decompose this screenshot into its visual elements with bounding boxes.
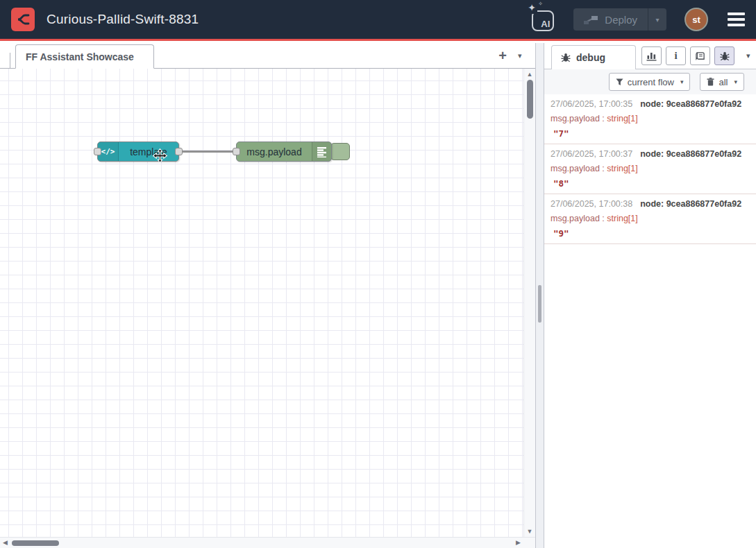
- debug-message-timestamp: 27/06/2025, 17:00:35: [551, 99, 632, 109]
- add-flow-button[interactable]: +: [494, 46, 512, 65]
- book-icon: [695, 51, 705, 61]
- chevron-down-icon: ▾: [746, 51, 750, 60]
- user-avatar[interactable]: st: [684, 8, 708, 31]
- plus-icon: +: [498, 48, 507, 64]
- deploy-button[interactable]: Deploy ▾: [573, 8, 666, 31]
- debug-node-enable-toggle[interactable]: [330, 143, 350, 160]
- debug-message-list: 27/06/2025, 17:00:35node: 9cea886877e0fa…: [544, 94, 756, 244]
- flow-canvas[interactable]: </> template msg.payload: [0, 69, 523, 537]
- scroll-up-icon[interactable]: ▲: [524, 71, 535, 78]
- debug-message-path-row: msg.payload : string[1]: [551, 213, 749, 225]
- sidebar-tab-buttons: i: [641, 46, 750, 65]
- vertical-scroll-thumb[interactable]: [527, 80, 533, 119]
- debug-node-label: msg.payload: [237, 142, 312, 161]
- canvas-horizontal-scrollbar[interactable]: ◀ ▶: [0, 537, 535, 548]
- flow-tab-bar: FF Assistant Showcase + ▾: [0, 43, 535, 69]
- debug-filter-button[interactable]: current flow ▾: [609, 73, 691, 91]
- debug-message-separator: :: [600, 114, 607, 123]
- horizontal-scroll-thumb[interactable]: [12, 540, 59, 546]
- sparkle-icon: ✦: [528, 3, 537, 14]
- dashboard-chart-tab-button[interactable]: [641, 46, 662, 65]
- debug-message-type: string[1]: [607, 114, 637, 123]
- debug-input-port[interactable]: [233, 148, 240, 155]
- debug-message-meta: 27/06/2025, 17:00:37node: 9cea886877e0fa…: [551, 148, 749, 160]
- sidebar-tab-list-button[interactable]: ▾: [746, 51, 750, 60]
- debug-message-meta: 27/06/2025, 17:00:38node: 9cea886877e0fa…: [551, 198, 749, 210]
- flow-tab-label: FF Assistant Showcase: [26, 51, 134, 62]
- deploy-button-main[interactable]: Deploy: [573, 8, 648, 31]
- move-cursor-icon: [153, 148, 167, 166]
- debug-filter-label: current flow: [628, 77, 674, 87]
- chevron-down-icon: ▾: [680, 78, 684, 85]
- debug-message-value[interactable]: "9": [551, 228, 749, 239]
- debug-message-path-row: msg.payload : string[1]: [551, 113, 749, 125]
- sidebar-tab-bar: debug i: [544, 43, 756, 69]
- scroll-down-icon[interactable]: ▼: [524, 528, 535, 535]
- deploy-options-caret[interactable]: ▾: [648, 8, 666, 31]
- ai-assistant-button[interactable]: ✦ ✧ AI: [530, 8, 554, 31]
- node-red-editor: Curious-Pallid-Swift-8831 ✦ ✧ AI Deploy: [0, 0, 756, 548]
- debug-message-path-row: msg.payload : string[1]: [551, 163, 749, 175]
- code-icon: </>: [101, 147, 115, 156]
- info-icon: i: [674, 50, 677, 62]
- filter-funnel-icon: [616, 78, 623, 86]
- trash-icon: [707, 78, 714, 86]
- workspace-pane: FF Assistant Showcase + ▾ </> templa: [0, 43, 535, 548]
- debug-toolbar: current flow ▾ all ▾: [544, 69, 756, 94]
- bug-icon: [561, 53, 571, 62]
- splitter-drag-handle[interactable]: [538, 285, 541, 323]
- template-input-port[interactable]: [94, 148, 101, 155]
- debug-message-node-ref[interactable]: node: 9cea886877e0fa92: [640, 199, 741, 209]
- instance-title: Curious-Pallid-Swift-8831: [47, 12, 199, 27]
- hamburger-bar: [728, 18, 745, 21]
- flow-tab-active[interactable]: FF Assistant Showcase: [15, 44, 154, 69]
- debug-message-path: msg.payload: [551, 214, 600, 223]
- main-menu-button[interactable]: [728, 12, 745, 26]
- debug-message-value[interactable]: "7": [551, 128, 749, 139]
- debug-message-separator: :: [600, 214, 607, 223]
- node-debug[interactable]: msg.payload: [236, 142, 332, 162]
- help-tab-button[interactable]: [690, 46, 710, 65]
- debug-message-value[interactable]: "8": [551, 178, 749, 189]
- debug-message-meta: 27/06/2025, 17:00:35node: 9cea886877e0fa…: [551, 99, 749, 110]
- debug-message-node-ref[interactable]: node: 9cea886877e0fa92: [640, 99, 741, 109]
- scroll-right-icon[interactable]: ▶: [516, 539, 521, 546]
- chevron-down-icon: ▾: [655, 16, 659, 24]
- debug-message-timestamp: 27/06/2025, 17:00:38: [551, 199, 632, 209]
- debug-message-node-ref[interactable]: node: 9cea886877e0fa92: [640, 149, 741, 159]
- debug-message-type: string[1]: [607, 214, 637, 223]
- editor-main: FF Assistant Showcase + ▾ </> templa: [0, 43, 756, 548]
- sidebar-splitter[interactable]: [535, 43, 544, 548]
- debug-message-separator: :: [600, 164, 607, 173]
- ai-label: AI: [541, 19, 550, 29]
- sparkle-small-icon: ✧: [538, 1, 543, 7]
- sidebar-tab-debug[interactable]: debug: [551, 45, 636, 69]
- bar-chart-icon: [646, 51, 657, 61]
- debug-clear-label: all: [719, 77, 728, 87]
- hamburger-bar: [728, 24, 745, 26]
- template-node-label: template: [119, 142, 178, 161]
- debug-message[interactable]: 27/06/2025, 17:00:35node: 9cea886877e0fa…: [544, 94, 756, 144]
- debug-message-path: msg.payload: [551, 114, 600, 123]
- avatar-initials: st: [692, 15, 700, 25]
- debug-message-path: msg.payload: [551, 164, 600, 173]
- debug-message-type: string[1]: [607, 164, 637, 173]
- debug-message[interactable]: 27/06/2025, 17:00:38node: 9cea886877e0fa…: [544, 194, 756, 244]
- chevron-down-icon: ▾: [734, 78, 737, 85]
- template-output-port[interactable]: [175, 148, 183, 155]
- tab-bar-left-edge: [0, 53, 10, 68]
- flow-list-button[interactable]: ▾: [518, 51, 522, 60]
- app-header: Curious-Pallid-Swift-8831 ✦ ✧ AI Deploy: [0, 0, 756, 41]
- bug-icon: [720, 51, 730, 61]
- flowfuse-logo-icon[interactable]: [11, 8, 35, 31]
- debug-message[interactable]: 27/06/2025, 17:00:37node: 9cea886877e0fa…: [544, 144, 756, 194]
- debug-clear-button[interactable]: all ▾: [700, 73, 744, 91]
- scroll-left-icon[interactable]: ◀: [3, 539, 8, 546]
- sidebar-tab-label: debug: [576, 52, 605, 63]
- info-tab-button[interactable]: i: [666, 46, 686, 65]
- sidebar-panel: debug i: [544, 43, 756, 548]
- wire-template-to-debug[interactable]: [179, 151, 240, 153]
- chevron-down-icon: ▾: [518, 51, 522, 60]
- canvas-vertical-scrollbar[interactable]: ▲ ▼: [523, 69, 535, 537]
- debug-tab-button[interactable]: [714, 46, 734, 65]
